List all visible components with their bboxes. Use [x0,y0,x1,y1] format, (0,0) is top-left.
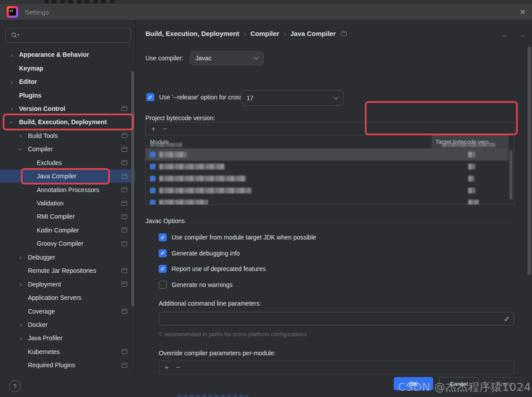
chevron-right-icon[interactable]: › [11,51,19,58]
screen-icon [121,160,127,165]
per-module-table: + − Module Target bytecode vers... [145,122,514,205]
forward-arrow-icon[interactable]: → [518,30,526,39]
sidebar-item-build-execution-deployment[interactable]: ›Build, Execution, Deployment [0,115,135,129]
chevron-right-icon[interactable]: › [20,281,28,287]
module-icon [150,164,156,169]
chevron-right-icon[interactable]: › [20,335,28,342]
help-button[interactable]: ? [9,380,21,392]
sidebar-item-label: Docker [28,321,47,328]
chevron-right-icon[interactable]: › [20,321,28,328]
sidebar-item-required-plugins[interactable]: Required Plugins [0,358,135,372]
sidebar-item-label: Annotation Processors [37,186,99,193]
redacted-module-name [159,164,225,169]
expand-icon[interactable] [504,316,510,322]
sidebar-item-kotlin-compiler[interactable]: Kotlin Compiler [0,224,135,237]
project-bytecode-value: 17 [246,94,254,102]
breadcrumb-part[interactable]: Compiler [250,30,279,37]
sidebar-item-build-tools[interactable]: ›Build Tools [0,129,135,142]
dialog-footer: ? OK Cancel Apply [0,375,532,397]
settings-content: Build, Execution, Deployment › Compiler … [136,20,532,375]
chevron-down-icon[interactable]: › [20,146,28,153]
apply-button[interactable]: Apply [485,377,524,390]
report-use-of-deprecated-features-checkbox[interactable] [159,265,167,273]
screen-icon [121,363,127,368]
sidebar-item-java-compiler[interactable]: Java Compiler [0,169,135,183]
sidebar-item-label: Keymap [19,65,43,72]
sidebar-item-coverage[interactable]: Coverage [0,304,135,318]
breadcrumb-part[interactable]: Java Compiler [290,30,336,37]
sidebar-item-deployment[interactable]: ›Deployment [0,277,135,291]
sidebar-item-kubernetes[interactable]: Kubernetes [0,345,135,358]
sidebar-item-annotation-processors[interactable]: Annotation Processors [0,183,135,196]
breadcrumb-part[interactable]: Build, Execution, Deployment [145,30,239,37]
redacted-fragment [150,143,182,147]
sidebar-item-validation[interactable]: Validation [0,197,135,210]
sidebar-item-remote-jar-repositories[interactable]: Remote Jar Repositories [0,264,135,277]
sidebar-item-label: Compiler [28,145,53,153]
add-icon[interactable]: + [151,125,156,133]
redacted-target-version [468,176,474,181]
table-row[interactable] [146,173,514,185]
redacted-module-name [159,176,246,181]
screen-icon [121,228,127,232]
remove-icon[interactable]: − [163,125,167,133]
sidebar-item-debugger[interactable]: ›Debugger [0,251,135,264]
sidebar-item-keymap[interactable]: Keymap [0,61,135,75]
sidebar-item-compiler[interactable]: ›Compiler [0,142,135,156]
chevron-right-icon[interactable]: › [11,79,19,85]
sidebar-item-version-control[interactable]: ›Version Control [0,102,135,115]
chevron-right-icon[interactable]: › [20,254,28,260]
table-row[interactable] [146,185,514,197]
use-compiler-label: Use compiler: [145,55,184,62]
chevron-right-icon[interactable]: › [20,132,28,139]
sidebar-item-label: Deployment [28,281,61,288]
generate-debugging-info-checkbox[interactable] [159,249,167,257]
screen-icon [121,309,127,314]
screen-icon [121,214,127,219]
settings-tree: ›Appearance & BehaviorKeymap›EditorPlugi… [0,48,135,372]
back-arrow-icon[interactable]: ← [501,30,509,39]
sidebar-item-plugins[interactable]: Plugins [0,88,135,102]
sidebar-item-java-profiler[interactable]: ›Java Profiler [0,331,135,345]
use-compiler-from-module-target-jdk-when-possible-checkbox[interactable] [159,233,167,241]
sidebar-item-excludes[interactable]: Excludes [0,156,135,169]
breadcrumb: Build, Execution, Deployment › Compiler … [145,30,347,37]
sidebar-item-rmi-compiler[interactable]: RMI Compiler [0,210,135,223]
additional-params-input[interactable] [159,312,514,326]
use-compiler-select[interactable]: Javac [190,51,264,65]
sidebar-item-application-servers[interactable]: Application Servers [0,291,135,304]
table-row[interactable] [146,149,509,161]
table-row[interactable] [146,161,514,173]
generate-no-warnings-checkbox[interactable] [159,281,167,289]
release-option-checkbox[interactable] [146,93,154,101]
close-icon[interactable]: ✕ [520,8,526,17]
sidebar-item-label: Plugins [19,92,42,99]
ok-button[interactable]: OK [394,377,433,390]
chevron-right-icon[interactable]: › [11,105,19,112]
module-icon [150,188,156,193]
content-scrollbar[interactable] [528,47,531,275]
javac-option-generate-no-warnings: Generate no warnings [159,280,316,289]
sidebar-scrollbar[interactable] [131,71,134,307]
screen-icon [121,241,127,246]
sidebar-item-groovy-compiler[interactable]: Groovy Compiler [0,237,135,250]
search-input[interactable] [5,28,131,43]
javac-options-title: Javac Options [145,217,185,224]
sidebar-item-editor[interactable]: ›Editor [0,75,135,88]
remove-icon[interactable]: − [176,364,180,371]
search-icon [11,32,20,39]
sidebar-item-label: RMI Compiler [37,213,75,220]
checkbox-label: Generate debugging info [172,250,240,257]
cancel-button[interactable]: Cancel [439,377,479,390]
add-icon[interactable]: + [164,364,169,371]
table-scrollbar[interactable] [509,150,512,200]
sidebar-item-docker[interactable]: ›Docker [0,318,135,331]
chevron-down-icon[interactable]: › [11,119,19,126]
window-title: Settings [25,8,49,16]
redacted-module-name [159,188,251,193]
project-bytecode-select[interactable]: 17 [241,90,344,106]
titlebar: IJ Settings ✕ [0,4,532,20]
table-row[interactable] [146,197,514,205]
sidebar-item-appearance-behavior[interactable]: ›Appearance & Behavior [0,48,135,61]
intellij-logo-icon: IJ [7,6,18,18]
